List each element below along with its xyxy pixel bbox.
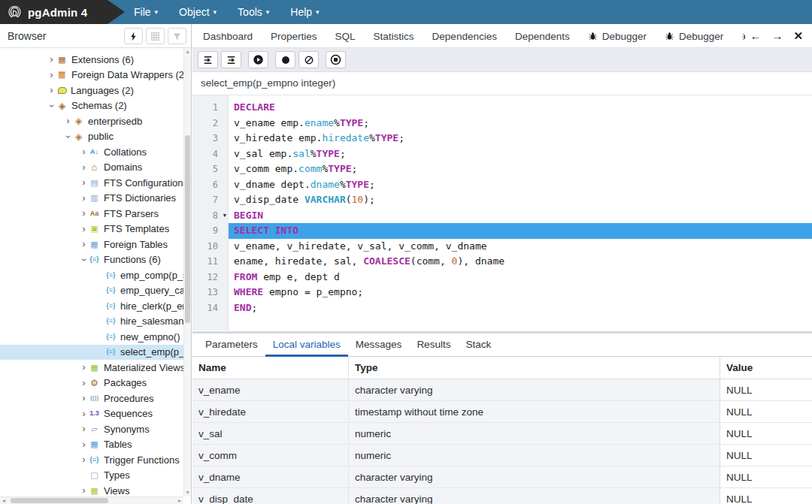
bottom-tab-messages[interactable]: Messages (348, 333, 410, 357)
line-number-3[interactable]: 3 (192, 131, 228, 146)
code-line-5[interactable]: v_comm emp.comm%TYPE; (192, 161, 812, 177)
step-into-button[interactable] (198, 51, 218, 68)
cell-value[interactable]: NULL (720, 379, 812, 400)
tree-item-hire-salesman[interactable]: ›{≡}hire_salesman( (0, 314, 183, 330)
line-number-10[interactable]: 10 (192, 239, 228, 255)
chevron-right-icon[interactable]: › (79, 177, 89, 188)
tree-item-procedures[interactable]: ›{()}Procedures (0, 391, 183, 406)
menu-tools[interactable]: Tools▾ (238, 6, 269, 18)
tree-item-functions-6[interactable]: ›{≡}Functions (6) (0, 252, 183, 268)
scroll-down-icon[interactable]: ▼ (184, 489, 191, 496)
chevron-down-icon[interactable]: › (47, 101, 57, 110)
chevron-right-icon[interactable]: › (79, 424, 89, 434)
code-line-1[interactable]: DECLARE (192, 100, 812, 116)
cell-value[interactable]: NULL (720, 466, 812, 487)
tree-item-foreign-tables[interactable]: ›▦Foreign Tables (0, 237, 183, 252)
tab-dependencies[interactable]: Dependencies (423, 24, 506, 48)
tab-sql[interactable]: SQL (326, 24, 365, 48)
filter-button[interactable] (168, 28, 186, 44)
line-number-5[interactable]: 5 (192, 161, 228, 177)
code-line-10[interactable]: v_ename, v_hiredate, v_sal, v_comm, v_dn… (192, 239, 812, 255)
fold-marker-icon[interactable]: ▼ (223, 208, 226, 224)
line-number-6[interactable]: 6 (192, 177, 228, 193)
code-line-7[interactable]: v_disp_date VARCHAR(10); (192, 192, 812, 208)
tree-item-fts-configurations[interactable]: ›▤FTS Configurations (0, 175, 183, 191)
menu-help[interactable]: Help▾ (290, 6, 319, 18)
chevron-right-icon[interactable]: › (79, 193, 89, 204)
horizontal-scrollbar-thumb[interactable] (11, 498, 108, 503)
chevron-right-icon[interactable]: › (63, 116, 73, 126)
tree-item-emp-query-cal[interactable]: ›{≡}emp_query_cal (0, 283, 183, 299)
code-line-3[interactable]: v_hiredate emp.hiredate%TYPE; (192, 131, 812, 146)
bottom-tab-parameters[interactable]: Parameters (198, 333, 265, 357)
line-number-7[interactable]: 7 (192, 192, 228, 208)
stop-button[interactable] (326, 51, 346, 68)
tree-item-fts-parsers[interactable]: ›AaFTS Parsers (0, 206, 183, 222)
menu-file[interactable]: File▾ (134, 6, 158, 18)
tree-item-materialized-views[interactable]: ›▦Materialized Views (0, 360, 183, 376)
tree-item-fts-dictionaries[interactable]: ›▥FTS Dictionaries (0, 191, 183, 207)
chevron-down-icon[interactable]: › (79, 255, 89, 264)
scroll-up-icon[interactable]: ▲ (184, 48, 191, 56)
code-line-2[interactable]: v_ename emp.ename%TYPE; (192, 116, 812, 131)
chevron-right-icon[interactable]: › (79, 378, 89, 388)
chevron-down-icon[interactable]: › (63, 131, 74, 141)
cell-value[interactable]: NULL (720, 445, 812, 466)
code-line-14[interactable]: END; (192, 300, 812, 316)
tree-item-tables[interactable]: ›▦Tables (0, 437, 183, 453)
tab-dashboard[interactable]: Dashboard (194, 24, 262, 48)
tree-item-synonyms[interactable]: ›▱Synonyms (0, 421, 183, 437)
tree-item-collations[interactable]: ›A↓Collations (0, 144, 183, 160)
toggle-breakpoint-button[interactable] (275, 51, 295, 68)
code-line-4[interactable]: v_sal emp.sal%TYPE; (192, 146, 812, 162)
tab-properties[interactable]: Properties (262, 24, 326, 48)
chevron-right-icon[interactable]: › (79, 409, 89, 419)
line-number-2[interactable]: 2 (192, 116, 228, 131)
chevron-right-icon[interactable]: › (79, 146, 89, 157)
code-line-12[interactable]: FROM emp e, dept d (192, 270, 812, 285)
line-number-13[interactable]: 13 (192, 285, 228, 300)
tree-vertical-scrollbar[interactable]: ▲ ▼ (183, 48, 191, 496)
bottom-tab-stack[interactable]: Stack (458, 333, 498, 357)
line-number-9[interactable]: 9 (192, 223, 228, 239)
line-number-14[interactable]: 14 (192, 300, 228, 316)
tree-item-fts-templates[interactable]: ›▣FTS Templates (0, 222, 183, 237)
tree-item-domains[interactable]: ›⌂Domains (0, 160, 183, 176)
tree-item-hire-clerk-p-en[interactable]: ›{≡}hire_clerk(p_en (0, 298, 183, 314)
chevron-right-icon[interactable]: › (79, 224, 89, 234)
tree-item-languages-2[interactable]: ›Languages (2) (0, 83, 183, 98)
scroll-right-icon[interactable]: ► (176, 497, 183, 504)
properties-grid-button[interactable] (146, 28, 165, 44)
scroll-tabs-left-button[interactable]: ← (750, 30, 761, 41)
code-editor[interactable]: DECLAREv_ename emp.ename%TYPE;v_hiredate… (192, 95, 812, 330)
line-number-8[interactable]: 8▼ (192, 208, 228, 224)
tree-item-sequences[interactable]: ›1.3Sequences (0, 406, 183, 422)
tree-item-types[interactable]: ›▢Types (0, 468, 183, 484)
chevron-right-icon[interactable]: › (79, 162, 89, 173)
tree-horizontal-scrollbar[interactable]: ◄ ► (0, 496, 183, 504)
chevron-right-icon[interactable]: › (47, 85, 56, 95)
step-over-button[interactable] (221, 51, 241, 68)
chevron-right-icon[interactable]: › (79, 239, 89, 249)
cell-value[interactable]: NULL (720, 401, 812, 422)
tree-item-trigger-functions[interactable]: ›{≡}Trigger Functions (0, 452, 183, 468)
tree-item-schemas-2[interactable]: ›◈Schemas (2) (0, 98, 183, 114)
tree-item-foreign-data-wrappers-2[interactable]: ›≣Foreign Data Wrappers (2 (0, 68, 183, 83)
tab-dependents[interactable]: Dependents (506, 24, 579, 48)
tree-item-emp-comp-p-s[interactable]: ›{≡}emp_comp(p_s (0, 267, 183, 283)
code-line-9[interactable]: SELECT INTO (192, 223, 812, 239)
scroll-left-icon[interactable]: ◄ (0, 497, 8, 504)
line-number-1[interactable]: 1 (192, 100, 228, 116)
line-number-4[interactable]: 4 (192, 146, 228, 162)
scroll-tabs-right-button[interactable]: → (771, 30, 783, 41)
line-number-11[interactable]: 11 (192, 254, 228, 270)
cell-value[interactable]: NULL (720, 423, 812, 444)
chevron-right-icon[interactable]: › (79, 393, 89, 403)
cell-value[interactable]: NULL (720, 488, 812, 504)
chevron-right-icon[interactable]: › (79, 208, 89, 219)
code-line-11[interactable]: ename, hiredate, sal, COALESCE(comm, 0),… (192, 254, 812, 270)
code-line-13[interactable]: WHERE empno = p_empno; (192, 285, 812, 300)
clear-breakpoints-button[interactable] (298, 51, 319, 68)
bottom-tab-results[interactable]: Results (409, 333, 458, 357)
chevron-right-icon[interactable]: › (47, 54, 56, 65)
